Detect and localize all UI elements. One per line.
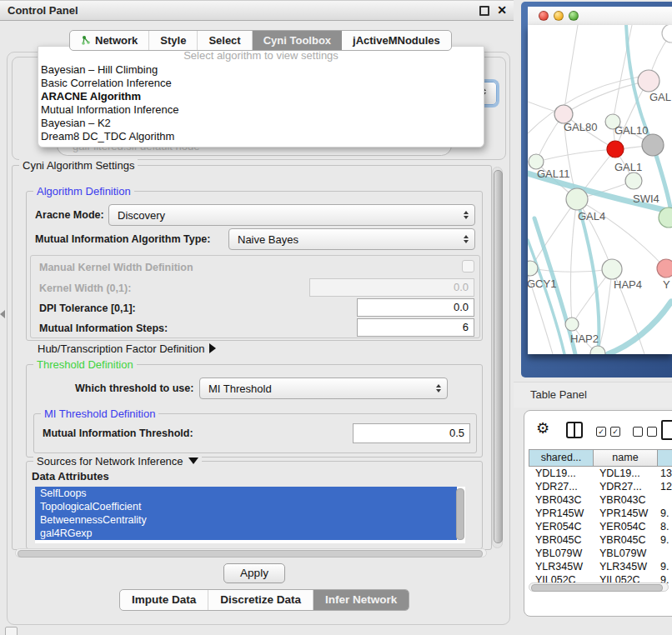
table-cell: 12: [657, 480, 672, 493]
dpi-tolerance-field[interactable]: 0.0: [357, 298, 474, 317]
table-row[interactable]: YPR145WYPR145W9.: [529, 507, 672, 520]
cyni-bottom-tabs: Impute DataDiscretize DataInfer Network: [119, 589, 409, 611]
hscroll-thumb[interactable]: [18, 550, 483, 558]
minimize-traffic-light-icon[interactable]: [554, 11, 564, 21]
network-node[interactable]: [662, 25, 672, 42]
network-node-label: GCY1: [528, 278, 556, 290]
column-header[interactable]: [658, 450, 672, 466]
mi-steps-label: Mutual Information Steps:: [39, 322, 168, 334]
tab-jactivemnodules[interactable]: jActiveMNodules: [342, 31, 451, 50]
network-icon: [81, 35, 91, 46]
hub-tf-definition-label: Hub/Transcription Factor Definition: [38, 342, 204, 355]
table-row[interactable]: YDL19...YDL19...13: [529, 467, 672, 480]
table-row[interactable]: YLR345WYLR345W9.: [529, 560, 672, 573]
table-header-row: shared...name: [529, 449, 672, 467]
table-row[interactable]: YDR27...YDR27...12: [529, 480, 672, 493]
control-panel-title: Control Panel: [8, 1, 78, 20]
checked-box-icon: ✓: [596, 427, 606, 437]
which-threshold-value: MI Threshold: [208, 382, 436, 395]
column-header-shared[interactable]: shared...: [529, 450, 594, 466]
zoom-traffic-light-icon[interactable]: [569, 11, 579, 21]
network-node-hap2[interactable]: [565, 318, 579, 331]
export-table-icon[interactable]: [661, 420, 672, 440]
checked-box-icon: ✓: [610, 427, 620, 437]
table-horizontal-scrollbar[interactable]: [529, 582, 669, 592]
settings-vertical-scrollbar[interactable]: [492, 167, 503, 548]
table-body: YDL19...YDL19...13YDR27...YDR27...12YBR0…: [529, 467, 672, 587]
column-header-name[interactable]: name: [594, 450, 658, 466]
network-node-swi4[interactable]: [625, 172, 642, 189]
table-row[interactable]: YBR043CYBR043C: [529, 493, 672, 507]
combo-arrows-icon: [464, 235, 469, 243]
expand-right-icon: [209, 343, 216, 353]
table-hscroll-thumb[interactable]: [531, 584, 663, 592]
table-cell: YBR045C: [529, 533, 593, 547]
algorithm-option[interactable]: Bayesian – K2: [38, 117, 484, 130]
which-threshold-combo[interactable]: MI Threshold: [199, 378, 448, 399]
network-node-y[interactable]: [657, 259, 672, 278]
data-attributes-items: SelfLoopsTopologicalCoefficientBetweenne…: [35, 487, 457, 540]
algorithm-option[interactable]: Dream8 DC_TDC Algorithm: [38, 130, 484, 143]
mi-type-combo[interactable]: Naive Bayes: [228, 228, 475, 250]
manual-kernel-label: Manual Kernel Width Definition: [39, 262, 193, 273]
network-node[interactable]: [590, 346, 605, 354]
table-row[interactable]: YBL079WYBL079W: [529, 547, 672, 560]
which-threshold-label: Which threshold to use:: [75, 382, 193, 394]
data-attribute-item[interactable]: gal4RGexp: [35, 527, 457, 540]
column-layout-icon[interactable]: [566, 422, 583, 438]
hub-tf-definition-toggle[interactable]: Hub/Transcription Factor Definition: [38, 342, 216, 355]
mi-steps-field[interactable]: 6: [357, 318, 474, 337]
network-node-gal4[interactable]: [566, 188, 588, 210]
network-node-gal1[interactable]: [607, 141, 624, 158]
tab-discretize-data[interactable]: Discretize Data: [208, 590, 313, 610]
tab-cyni-toolbox[interactable]: Cyni Toolbox: [253, 31, 342, 50]
network-node[interactable]: [642, 134, 664, 156]
float-panel-icon[interactable]: [479, 6, 489, 16]
table-cell: YLR345W: [593, 560, 657, 573]
network-node-label: GAL4: [578, 210, 605, 222]
tab-style[interactable]: Style: [149, 31, 198, 50]
close-icon[interactable]: ✕: [497, 2, 507, 19]
mi-type-label: Mutual Information Algorithm Type:: [35, 233, 210, 245]
corner-grip-icon: [5, 627, 18, 635]
list-scrollbar[interactable]: [456, 488, 464, 540]
network-node-label: Y: [663, 278, 670, 291]
control-panel-tabs: NetworkStyleSelectCyni ToolboxjActiveMNo…: [69, 30, 452, 51]
table-cell: 9.: [657, 560, 672, 573]
tab-impute-data[interactable]: Impute Data: [120, 590, 208, 610]
mi-threshold-field[interactable]: 0.5: [353, 423, 470, 443]
gear-icon[interactable]: ⚙: [536, 419, 549, 438]
vscroll-thumb[interactable]: [494, 170, 503, 543]
algorithm-option[interactable]: Basic Correlation Inference: [38, 77, 484, 90]
deselect-all-checkboxes-icon[interactable]: [633, 427, 657, 437]
panel-collapse-arrow-icon[interactable]: [0, 310, 5, 318]
algorithm-option[interactable]: ARACNE Algorithm: [38, 90, 484, 103]
table-cell: [657, 547, 672, 560]
table-cell: YBR043C: [593, 493, 657, 507]
table-row[interactable]: YBR045CYBR045C9.: [529, 533, 672, 547]
algorithm-option[interactable]: Mutual Information Inference: [38, 103, 484, 117]
network-node-gcy1[interactable]: [528, 261, 538, 276]
apply-button[interactable]: Apply: [223, 563, 285, 583]
network-node-label: HAP2: [570, 332, 599, 345]
control-panel-titlebar: Control Panel ✕: [0, 0, 514, 21]
network-node-hap4[interactable]: [602, 259, 622, 279]
data-attribute-item[interactable]: SelfLoops: [35, 487, 457, 500]
settings-horizontal-scrollbar[interactable]: [15, 548, 487, 558]
network-node-gal[interactable]: [638, 70, 659, 92]
data-attribute-item[interactable]: BetweennessCentrality: [35, 513, 457, 527]
sources-group-title[interactable]: Sources for Network Inference: [33, 455, 202, 468]
table-cell: YDL19...: [593, 467, 657, 480]
select-all-checkboxes-icon[interactable]: ✓✓: [596, 427, 620, 437]
tab-network[interactable]: Network: [70, 31, 149, 50]
table-row[interactable]: YER054CYER054C8.: [529, 520, 672, 533]
algorithm-option[interactable]: Bayesian – Hill Climbing: [38, 63, 484, 77]
aracne-mode-combo[interactable]: Discovery: [108, 204, 475, 226]
tab-select[interactable]: Select: [198, 31, 252, 50]
data-attribute-item[interactable]: TopologicalCoefficient: [35, 500, 457, 513]
close-traffic-light-icon[interactable]: [539, 11, 549, 21]
data-attributes-list: SelfLoopsTopologicalCoefficientBetweenne…: [35, 487, 465, 543]
unchecked-box-icon: [647, 427, 657, 437]
network-canvas[interactable]: GALGAL80GAL10GAL1GAL11SWI4GAL4GCY1HAP4YH…: [528, 25, 672, 354]
tab-infer-network[interactable]: Infer Network: [313, 590, 409, 610]
